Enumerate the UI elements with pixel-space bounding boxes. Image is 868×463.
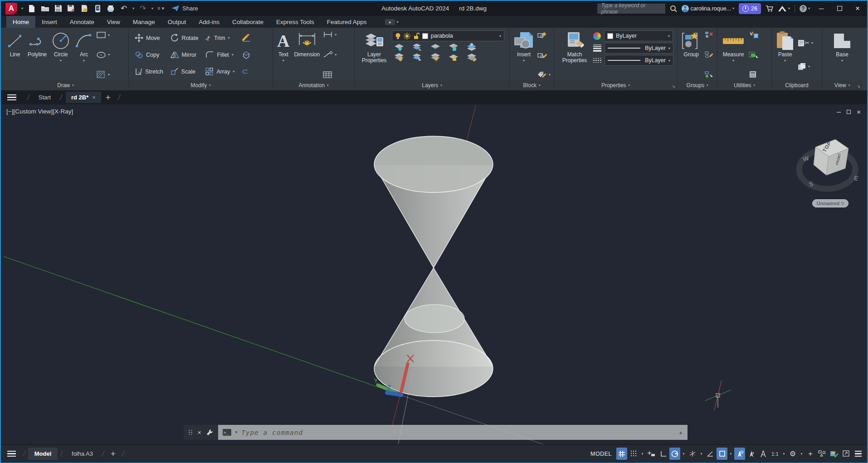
viewport-minimize-icon[interactable]: ─ [837,108,841,115]
object-snap-chevron-icon[interactable]: ▾ [728,448,733,460]
group-edit-button[interactable] [704,51,714,58]
tab-output[interactable]: Output [161,16,193,28]
redo-chevron-icon[interactable]: ▾ [151,6,153,10]
layer-select-combo[interactable]: parabola ▾ [392,30,504,41]
file-tab-start[interactable]: Start [33,92,56,103]
copy-button[interactable]: Copy [133,51,165,59]
save-to-mobile-icon[interactable] [93,4,102,13]
plot-icon[interactable] [106,4,115,13]
layer-lock-button[interactable] [448,43,460,51]
layer-thaw-button[interactable] [430,53,442,61]
layer-off-button[interactable] [394,43,405,51]
hatch-button[interactable]: ▾ [96,71,110,78]
snap-chevron-icon[interactable]: ▾ [640,448,645,460]
insert-chevron-icon[interactable]: ▾ [523,59,525,63]
ortho-toggle[interactable] [658,448,668,460]
group-selection-button[interactable] [704,71,714,78]
panel-label-block[interactable]: Block▾ [510,80,554,90]
panel-label-annotation[interactable]: Annotation▾ [273,80,354,90]
base-button[interactable]: Base ▾ [830,30,854,80]
layer-make-current-button[interactable] [466,43,478,51]
autocad-app-menu-button[interactable]: A [5,3,17,15]
new-layout-button[interactable]: + [111,449,116,459]
linetype-combo[interactable]: ByLayer ▾ [605,55,673,66]
move-button[interactable]: Move [133,33,165,43]
dimension-button[interactable]: Dimension [292,30,322,80]
paste-chevron-icon[interactable]: ▾ [784,59,786,63]
measure-button[interactable]: Measure ▾ [719,30,747,80]
insert-button[interactable]: Insert ▾ [512,30,536,80]
annotation-autoscale-toggle[interactable] [746,448,757,460]
undo-chevron-icon[interactable]: ▾ [132,6,134,10]
grid-toggle[interactable] [616,448,627,460]
viewport-close-icon[interactable]: × [857,108,861,116]
object-color-combo[interactable]: ByLayer ▾ [604,30,673,41]
model-tab[interactable]: Model [28,448,58,460]
annotation-visibility-toggle[interactable] [734,448,745,460]
layer-freeze-button[interactable]: * [430,43,442,51]
fillet-button[interactable]: Fillet▾ [204,50,236,59]
base-chevron-icon[interactable]: ▾ [841,59,843,63]
search-icon[interactable] [670,5,677,12]
trim-button[interactable]: ✂ Trim▾ [204,34,236,43]
ribbon-collapse-button[interactable]: ▲ [385,19,395,25]
file-tab-active-doc[interactable]: rd 2B* × [66,92,101,103]
rectangle-button[interactable]: ▾ [96,31,110,39]
tab-collaborate[interactable]: Collaborate [226,16,270,28]
group-button[interactable]: Group [679,30,703,80]
panel-label-draw[interactable]: Draw▾ [3,80,128,90]
rotate-button[interactable]: Rotate [169,33,200,43]
explode-button[interactable] [240,50,252,59]
autodesk-logo-icon[interactable]: ▾ [778,5,790,12]
qat-customize-icon[interactable]: ≡ ▾ [157,5,164,11]
app-store-cart-icon[interactable] [766,5,773,12]
new-drawing-tab-button[interactable]: + [106,93,111,103]
layout-menu-icon[interactable] [7,451,16,457]
panel-label-clipboard[interactable]: Clipboard [772,80,822,90]
tab-addins[interactable]: Add-ins [192,16,226,28]
array-button[interactable]: Array▾ [204,67,236,76]
annotation-scale-value[interactable]: 1:1 [770,448,780,460]
isolate-objects-button[interactable] [817,448,828,460]
new-file-icon[interactable] [27,4,36,13]
save-as-icon[interactable] [67,4,76,13]
ungroup-button[interactable] [704,31,714,38]
tab-insert[interactable]: Insert [35,16,63,28]
overkill-button[interactable]: ⊂ [240,66,252,77]
tab-manage[interactable]: Manage [127,16,161,28]
edit-block-button[interactable] [537,51,551,59]
object-snap-toggle[interactable] [717,448,727,460]
panel-label-modify[interactable]: Modify▾ [129,80,273,90]
create-block-button[interactable] [537,31,551,39]
edit-attributes-button[interactable]: ▾ [537,71,551,78]
search-input[interactable]: Type a keyword or phrase [597,4,665,14]
match-properties-button[interactable]: Match Properties [556,30,593,80]
layer-isolate-button[interactable] [412,43,424,51]
leader-button[interactable]: ▾ [323,51,336,58]
line-button[interactable]: Line [5,30,25,80]
customization-plus-button[interactable]: + [805,448,816,460]
polyline-button[interactable]: Polyline [25,30,49,80]
polar-tracking-toggle[interactable] [669,448,680,460]
file-tab-menu-icon[interactable] [7,94,16,101]
text-button[interactable]: A Text ▾ [275,30,292,80]
arc-chevron-icon[interactable]: ▾ [83,59,85,63]
panel-label-layers[interactable]: Layers▾ [355,80,509,90]
annotation-scale-button[interactable] [758,448,769,460]
share-button[interactable]: Share [171,5,198,12]
measure-chevron-icon[interactable]: ▾ [732,59,734,63]
help-button[interactable]: ? ▾ [800,5,810,12]
annotation-scale-chevron-icon[interactable]: ▾ [781,448,786,460]
dim-linear-button[interactable]: ▾ [323,31,336,38]
stretch-button[interactable]: Stretch [133,67,165,76]
command-grip-icon[interactable] [189,430,192,435]
layer-unlock-button[interactable] [448,53,460,61]
tab-annotate[interactable]: Annotate [63,16,101,28]
command-input[interactable]: >_ ▼ Type a command ▲ [218,425,688,440]
close-button[interactable]: × [851,4,864,13]
maximize-button[interactable] [833,5,846,12]
view-name-button[interactable]: Unnamed▽ [812,199,848,207]
properties-dialog-launcher-icon[interactable]: ↘ [672,84,675,89]
erase-button[interactable] [240,34,252,43]
scale-button[interactable]: Scale [169,67,200,76]
